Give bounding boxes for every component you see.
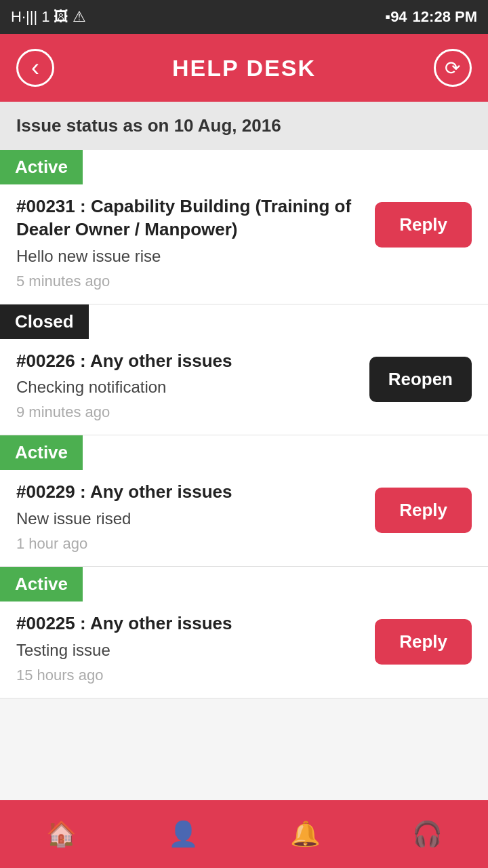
- card-content: #00231 : Capability Building (Training o…: [0, 195, 488, 290]
- nav-support[interactable]: 🎧: [412, 820, 443, 848]
- card-content: #00226 : Any other issues Checking notif…: [0, 350, 488, 422]
- issue-status-label: Issue status as on 10 Aug, 2016: [16, 115, 281, 136]
- bell-icon: 🔔: [290, 820, 321, 848]
- card-text: #00231 : Capability Building (Training o…: [16, 195, 375, 290]
- issue-time: 15 hours ago: [16, 667, 361, 684]
- bottom-nav: 🏠 👤 🔔 🎧: [0, 800, 488, 868]
- issue-title: #00225 : Any other issues: [16, 612, 361, 635]
- header: ‹ HELP DESK ⟳: [0, 34, 488, 102]
- issue-card: Active #00225 : Any other issues Testing…: [0, 567, 488, 698]
- back-button[interactable]: ‹: [16, 49, 54, 87]
- issue-title: #00226 : Any other issues: [16, 350, 356, 373]
- issue-time: 5 minutes ago: [16, 273, 361, 290]
- carrier-label: 1: [41, 8, 49, 26]
- issue-list: Active #00231 : Capability Building (Tra…: [0, 150, 488, 800]
- time-label: 12:28 PM: [413, 8, 477, 26]
- issue-description: Hello new issue rise: [16, 247, 361, 266]
- status-badge: Closed: [0, 304, 89, 339]
- card-content: #00225 : Any other issues Testing issue …: [0, 612, 488, 684]
- issue-time: 9 minutes ago: [16, 403, 356, 421]
- card-content: #00229 : Any other issues New issue rise…: [0, 481, 488, 553]
- reply-button[interactable]: Reply: [375, 488, 472, 533]
- refresh-button[interactable]: ⟳: [434, 49, 472, 87]
- issue-card: Active #00231 : Capability Building (Tra…: [0, 150, 488, 304]
- status-badge: Active: [0, 567, 83, 601]
- status-badge: Active: [0, 435, 83, 470]
- battery-icon: ▪94: [385, 8, 407, 26]
- refresh-icon: ⟳: [445, 57, 460, 79]
- status-bar-left: H·||| 1 🖼 ⚠: [11, 8, 86, 26]
- issue-title: #00231 : Capability Building (Training o…: [16, 195, 361, 241]
- nav-notifications[interactable]: 🔔: [290, 820, 321, 848]
- warning-icon: ⚠: [73, 8, 86, 26]
- issue-time: 1 hour ago: [16, 535, 361, 553]
- issue-title: #00229 : Any other issues: [16, 481, 361, 504]
- image-icon: 🖼: [54, 8, 68, 26]
- issue-card: Active #00229 : Any other issues New iss…: [0, 435, 488, 567]
- card-text: #00225 : Any other issues Testing issue …: [16, 612, 375, 684]
- status-bar-right: ▪94 12:28 PM: [385, 8, 477, 26]
- issue-description: New issue rised: [16, 509, 361, 528]
- card-text: #00229 : Any other issues New issue rise…: [16, 481, 375, 553]
- nav-home[interactable]: 🏠: [46, 820, 77, 848]
- issue-description: Testing issue: [16, 641, 361, 660]
- home-icon: 🏠: [46, 820, 77, 848]
- issue-status-bar: Issue status as on 10 Aug, 2016: [0, 102, 488, 150]
- headset-icon: 🎧: [412, 820, 443, 848]
- reply-button[interactable]: Reply: [375, 619, 472, 665]
- card-text: #00226 : Any other issues Checking notif…: [16, 350, 369, 422]
- back-icon: ‹: [31, 54, 39, 82]
- signal-icon: H·|||: [11, 8, 37, 26]
- nav-profile[interactable]: 👤: [168, 820, 199, 848]
- page-title: HELP DESK: [172, 55, 316, 81]
- profile-icon: 👤: [168, 820, 199, 848]
- status-bar: H·||| 1 🖼 ⚠ ▪94 12:28 PM: [0, 0, 488, 34]
- reply-button[interactable]: Reply: [375, 202, 472, 248]
- issue-description: Checking notification: [16, 378, 356, 397]
- status-badge: Active: [0, 150, 83, 184]
- issue-card: Closed #00226 : Any other issues Checkin…: [0, 304, 488, 436]
- reopen-button[interactable]: Reopen: [369, 357, 472, 402]
